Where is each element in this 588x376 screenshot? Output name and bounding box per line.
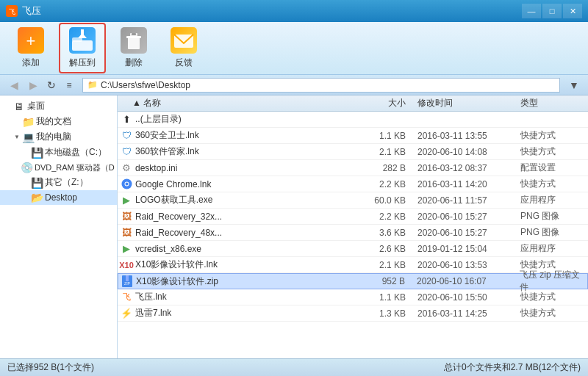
delete-icon	[121, 27, 147, 54]
file-size: 2.1 KB	[353, 147, 412, 157]
file-row[interactable]: 🛡 360软件管家.lnk 2.1 KB 2020-06-10 14:08 快捷…	[118, 144, 588, 160]
file-name: Raid_Recovery_32x...	[135, 212, 353, 222]
file-name: 360安全卫士.lnk	[135, 129, 353, 142]
minimize-button[interactable]: —	[522, 4, 541, 18]
file-size: 1.3 KB	[353, 308, 412, 319]
file-row[interactable]: ⚙ desktop.ini 282 B 2016-03-12 08:37 配置设…	[118, 160, 588, 176]
file-list-panel: ▲ 名称 大小 修改时间 类型 ⬆ ..(上层目录) 🛡 360安全卫士.lnk	[118, 95, 588, 358]
app-icon: 飞	[6, 5, 18, 17]
tree-label: 我的文档	[36, 115, 71, 128]
add-icon: +	[18, 27, 44, 54]
file-type: 快捷方式	[514, 145, 588, 158]
view-toggle-button[interactable]: ≡	[62, 78, 76, 93]
file-type: 飞压 zip 压缩文件	[514, 269, 587, 294]
dvd-icon: 💿	[21, 162, 32, 173]
file-row[interactable]: ⚡ 迅雷7.lnk 1.3 KB 2016-03-11 14:25 快捷方式	[118, 306, 588, 322]
extract-button[interactable]: 解压到	[59, 23, 106, 73]
file-name: X10影像设计软件.zip	[136, 275, 352, 288]
file-type: PNG 图像	[514, 226, 588, 239]
forward-button[interactable]: ▶	[25, 77, 41, 93]
file-date: 2020-06-10 13:53	[412, 260, 514, 270]
address-bar[interactable]: 📁 C:\Users\sfwe\Desktop	[82, 78, 560, 93]
file-name: desktop.ini	[135, 163, 353, 173]
file-date: 2019-01-12 15:04	[412, 244, 514, 254]
col-type-label: 类型	[520, 98, 538, 108]
tree-label: DVD_RAM 驱动器（D	[35, 162, 115, 173]
file-size: 1.1 KB	[353, 292, 412, 303]
file-date: 2016-03-12 08:37	[412, 163, 514, 173]
col-header-type[interactable]: 类型	[514, 97, 588, 109]
file-row-up[interactable]: ⬆ ..(上层目录)	[118, 112, 588, 128]
back-button[interactable]: ◀	[6, 77, 22, 93]
file-size: 1.1 KB	[353, 131, 412, 141]
file-date: 2020-06-11 11:57	[412, 195, 514, 206]
file-row[interactable]: Google Chrome.lnk 2.2 KB 2016-03-11 14:2…	[118, 176, 588, 192]
tree-item-desktop[interactable]: 🖥 桌面	[0, 98, 117, 114]
file-row[interactable]: 飞 飞压.lnk 1.1 KB 2020-06-10 15:50 快捷方式	[118, 289, 588, 306]
app-title: 飞压	[22, 4, 41, 18]
file-name: 360软件管家.lnk	[135, 145, 353, 158]
file-date: 2020-06-10 14:08	[412, 147, 514, 157]
desktop-folder-icon: 🖥	[13, 101, 25, 112]
path-dropdown-button[interactable]: ▼	[566, 77, 582, 93]
file-name: vcredist_x86.exe	[135, 244, 353, 254]
title-bar: 飞 飞压 — □ ✕	[0, 0, 588, 22]
file-row[interactable]: 🖼 Raid_Recovery_48x... 3.6 KB 2020-06-10…	[118, 225, 588, 241]
close-button[interactable]: ✕	[563, 4, 582, 18]
tree-item-mypc[interactable]: ▼ 💻 我的电脑	[0, 129, 117, 145]
tree-item-desktop-folder[interactable]: 📂 Desktop	[0, 190, 117, 205]
png-icon: 🖼	[120, 226, 133, 239]
xunlei-icon: ⚡	[120, 307, 133, 320]
extract-icon	[69, 27, 96, 54]
selected-folder-icon: 📂	[31, 192, 43, 203]
folder-icon: 📁	[22, 116, 34, 128]
svg-rect-8	[81, 29, 84, 35]
svg-point-18	[125, 183, 128, 186]
pc-icon: 💻	[22, 131, 34, 143]
chrome-icon	[120, 178, 133, 191]
file-name: LOGO获取工具.exe	[135, 194, 353, 206]
extract-label: 解压到	[69, 57, 96, 69]
file-type: 配置设置	[514, 162, 588, 174]
file-row-selected[interactable]: ZIP X10影像设计软件.zip 952 B 2020-06-10 16:07…	[118, 273, 588, 289]
tree-label: 本地磁盘（C:）	[45, 146, 107, 159]
file-date: 2020-06-10 16:07	[411, 276, 514, 286]
col-name-label: 名称	[143, 98, 161, 108]
tree-item-localc[interactable]: 💾 本地磁盘（C:）	[0, 145, 117, 160]
file-name: 迅雷7.lnk	[135, 307, 353, 319]
tree-item-otherz[interactable]: 💾 其它（Z:）	[0, 175, 117, 190]
file-date: 2020-06-10 15:27	[412, 228, 514, 238]
maximize-button[interactable]: □	[542, 4, 562, 18]
add-button[interactable]: + 添加	[9, 24, 53, 72]
col-header-size[interactable]: 大小	[353, 97, 412, 109]
lnk-icon: X10	[120, 258, 133, 272]
delete-button[interactable]: 删除	[112, 24, 156, 72]
lnk-icon: 🛡	[120, 129, 133, 142]
file-row[interactable]: ▶ LOGO获取工具.exe 60.0 KB 2020-06-11 11:57 …	[118, 192, 588, 209]
exe-icon: ▶	[120, 194, 133, 207]
svg-text:ZIP: ZIP	[124, 281, 130, 286]
col-header-name[interactable]: ▲ 名称	[118, 97, 353, 109]
refresh-button[interactable]: ↻	[44, 78, 59, 93]
feizip-icon: 飞	[120, 291, 133, 304]
file-row[interactable]: 🖼 Raid_Recovery_32x... 2.2 KB 2020-06-10…	[118, 209, 588, 225]
file-row[interactable]: 🛡 360安全卫士.lnk 1.1 KB 2016-03-11 13:55 快捷…	[118, 128, 588, 144]
file-list-header: ▲ 名称 大小 修改时间 类型	[118, 95, 588, 112]
file-size: 2.2 KB	[353, 179, 412, 189]
ini-icon: ⚙	[120, 162, 133, 175]
file-type: PNG 图像	[514, 210, 588, 223]
svg-text:飞: 飞	[9, 8, 15, 15]
drive-icon: 💾	[31, 147, 43, 159]
feedback-button[interactable]: 反馈	[162, 24, 206, 72]
col-size-label: 大小	[388, 98, 406, 108]
tree-item-dvd[interactable]: 💿 DVD_RAM 驱动器（D	[0, 160, 117, 175]
tree-item-mydocs[interactable]: 📁 我的文档	[0, 114, 117, 129]
up-icon: ⬆	[120, 113, 133, 126]
tree-label: 其它（Z:）	[45, 176, 88, 189]
file-row[interactable]: ▶ vcredist_x86.exe 2.6 KB 2019-01-12 15:…	[118, 241, 588, 257]
expand-icon: ▼	[12, 134, 22, 140]
file-size: 2.2 KB	[353, 212, 412, 222]
file-size: 2.6 KB	[353, 244, 412, 254]
window-controls: — □ ✕	[522, 4, 582, 18]
col-header-date[interactable]: 修改时间	[412, 97, 514, 109]
